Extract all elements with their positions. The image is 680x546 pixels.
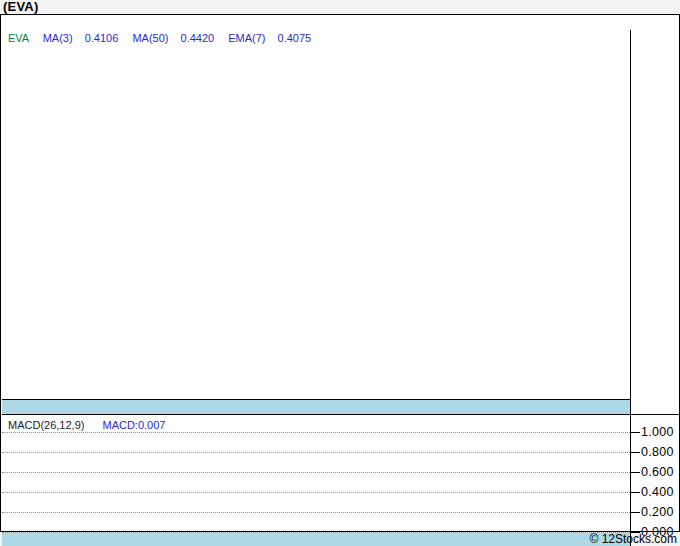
- macd-gridline: [2, 492, 630, 493]
- macd-gridline: [2, 452, 630, 453]
- macd-panel-top-border: [2, 414, 680, 415]
- y-axis-label: 1.000: [641, 424, 679, 440]
- macd-bottom-band: [2, 533, 630, 546]
- page-title: (EVA): [3, 0, 38, 14]
- stock-chart-page: (EVA) EVA MA(3) 0.4106 MA(50) 0.4420 EMA…: [0, 0, 680, 546]
- y-axis-label: 0.600: [641, 464, 679, 480]
- y-axis-label: 0.400: [641, 484, 679, 500]
- symbol-label: EVA: [8, 32, 29, 44]
- ema7-value: 0.4075: [278, 32, 312, 44]
- ma3-label: MA(3): [43, 32, 73, 44]
- y-axis-tick: [631, 512, 640, 513]
- y-axis-tick: [631, 492, 640, 493]
- macd-gridline: [2, 432, 630, 433]
- macd-params-label: MACD(26,12,9): [8, 419, 84, 431]
- y-axis-tick: [631, 452, 640, 453]
- macd-panel-legend: MACD(26,12,9) MACD:0.007: [8, 419, 165, 431]
- date-axis-band: [2, 400, 630, 414]
- ma50-value: 0.4420: [181, 32, 215, 44]
- y-axis-label: 0.200: [641, 504, 679, 520]
- chart-frame: EVA MA(3) 0.4106 MA(50) 0.4420 EMA(7) 0.…: [0, 14, 680, 532]
- ema7-label: EMA(7): [228, 32, 265, 44]
- y-axis-tick: [631, 432, 640, 433]
- macd-gridline: [2, 472, 630, 473]
- copyright: © 12Stocks.com: [589, 533, 677, 546]
- ma50-label: MA(50): [132, 32, 168, 44]
- y-axis-tick: [631, 472, 640, 473]
- macd-gridline: [2, 512, 630, 513]
- macd-value: MACD:0.007: [102, 419, 165, 431]
- price-panel-legend: EVA MA(3) 0.4106 MA(50) 0.4420 EMA(7) 0.…: [8, 32, 311, 44]
- y-axis-label: 0.800: [641, 444, 679, 460]
- ma3-value: 0.4106: [85, 32, 119, 44]
- y-axis-divider-line: [630, 30, 631, 546]
